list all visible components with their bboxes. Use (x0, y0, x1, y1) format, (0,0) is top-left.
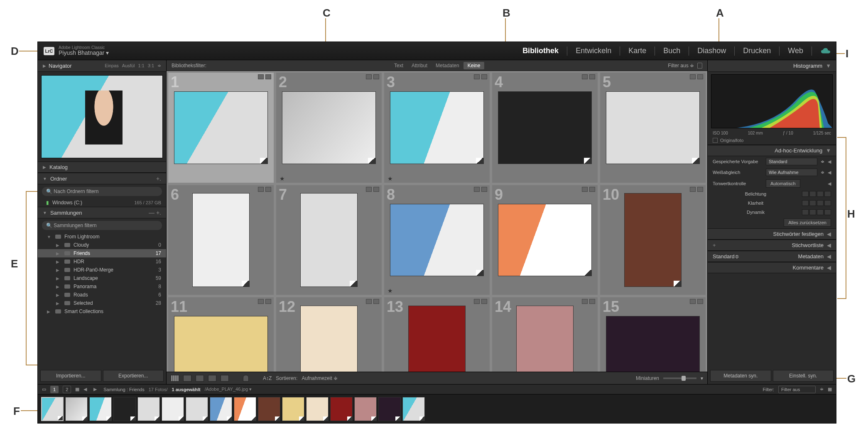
collection-item[interactable]: ▶Roads6 (38, 291, 166, 299)
grid-cell[interactable]: 8★ (384, 185, 490, 295)
preset-dropdown[interactable]: Standard (766, 158, 817, 165)
sort-direction-icon[interactable]: A↕Z (263, 375, 272, 381)
histogram-display[interactable] (711, 74, 833, 128)
filmstrip-filter-dropdown[interactable]: Filter aus (778, 386, 816, 393)
metadata-header[interactable]: Standard≑Metadaten◀ (708, 251, 836, 262)
keywordlist-header[interactable]: +Stichwortliste◀ (708, 240, 836, 251)
checkbox-icon[interactable] (713, 138, 718, 143)
lock-icon[interactable] (697, 63, 702, 69)
grid-view[interactable]: 12★3★45678★9101112131415 (167, 71, 707, 372)
quick-develop-header[interactable]: Ad-hoc-Entwicklung▼ (708, 145, 836, 156)
wb-dropdown[interactable]: Wie Aufnahme (766, 169, 817, 176)
sync-settings-button[interactable]: Einstell. syn. (773, 370, 834, 382)
filmstrip-thumb[interactable] (378, 397, 401, 421)
screen-mode-2[interactable]: 2 (63, 386, 71, 393)
cloud-sync-icon[interactable] (821, 48, 830, 54)
filmstrip-thumb[interactable] (402, 397, 425, 421)
collection-item[interactable]: ▶HDR16 (38, 257, 166, 266)
collection-item[interactable]: ▶HDR-Pan0-Merge3 (38, 266, 166, 274)
drive-row[interactable]: ▮ Windows (C:)165 / 237 GB (38, 198, 166, 207)
auto-tone-button[interactable]: Automatisch (766, 179, 800, 188)
survey-view-icon[interactable] (208, 375, 216, 382)
original-photo-row[interactable]: Originalfoto (708, 136, 836, 145)
module-develop[interactable]: Entwickeln (573, 47, 614, 55)
navigator-zoom-opts[interactable]: EinpasAusfül1:13:1 ≑ (105, 63, 161, 69)
reset-all-button[interactable]: Alles zurücksetzen (784, 218, 831, 227)
exposure-steppers[interactable] (802, 191, 831, 197)
filter-tab-text[interactable]: Text (390, 62, 407, 69)
nav-fwd-icon[interactable]: ▶ (93, 387, 99, 392)
main-window-icon[interactable]: ▭ (42, 387, 46, 392)
filmstrip-thumb[interactable] (41, 397, 64, 421)
compare-view-icon[interactable] (196, 375, 204, 382)
filmstrip[interactable] (38, 394, 836, 423)
grid-cell[interactable]: 13 (384, 297, 490, 372)
catalog-panel-header[interactable]: ▶Katalog (38, 162, 166, 173)
nav-back-icon[interactable]: ◀ (83, 387, 89, 392)
comments-header[interactable]: Kommentare◀ (708, 262, 836, 273)
grid-cell[interactable]: 12 (276, 297, 382, 372)
collection-group[interactable]: ▼From Lightroom (38, 233, 166, 241)
filmstrip-thumb[interactable] (330, 397, 353, 421)
module-map[interactable]: Karte (626, 47, 649, 55)
grid-cell[interactable]: 5 (600, 73, 706, 183)
identity-plate[interactable]: Adobe Lightroom Classic Piyush Bhatnagar… (59, 45, 109, 56)
sync-metadata-button[interactable]: Metadaten syn. (710, 370, 771, 382)
filmstrip-thumb[interactable] (354, 397, 377, 421)
grid-cell[interactable]: 11 (168, 297, 274, 372)
filmstrip-thumb[interactable] (210, 397, 232, 421)
folders-filter-input[interactable]: 🔍 Nach Ordnern filtern (42, 187, 162, 196)
filter-tab-none[interactable]: Keine (463, 62, 485, 69)
grid-cell[interactable]: 6 (168, 185, 274, 295)
filmstrip-thumb[interactable] (89, 397, 112, 421)
grid-cell[interactable]: 3★ (384, 73, 490, 183)
people-view-icon[interactable] (221, 375, 229, 382)
histogram-panel-header[interactable]: Histogramm▼ (708, 60, 836, 72)
grid-cell[interactable]: 4 (492, 73, 598, 183)
grid-cell[interactable]: 15 (600, 297, 706, 372)
module-print[interactable]: Drucken (740, 47, 773, 55)
grid-cell[interactable]: 7 (276, 185, 382, 295)
grid-mode-icon[interactable]: ▦ (75, 387, 79, 392)
collection-item[interactable]: ▶Cloudy0 (38, 241, 166, 249)
collection-item[interactable]: ▶Panorama8 (38, 282, 166, 291)
screen-mode-1[interactable]: 1 (50, 386, 59, 393)
collections-panel-header[interactable]: ▼Sammlungen— +. (38, 207, 166, 218)
module-library[interactable]: Bibliothek (520, 47, 561, 55)
module-book[interactable]: Buch (661, 47, 683, 55)
module-web[interactable]: Web (785, 47, 806, 55)
filter-tab-metadata[interactable]: Metadaten (432, 62, 463, 69)
vibrance-steppers[interactable] (802, 209, 831, 215)
grid-cell[interactable]: 10 (600, 185, 706, 295)
module-slideshow[interactable]: Diashow (695, 47, 728, 55)
metadata-preset-dropdown[interactable]: Standard (713, 253, 735, 260)
grid-cell[interactable]: 14 (492, 297, 598, 372)
filter-preset-label[interactable]: Filter aus ≑ (668, 63, 694, 69)
navigator-preview[interactable] (41, 75, 163, 158)
breadcrumb[interactable]: Sammlung : Friends (103, 387, 144, 392)
filmstrip-thumb[interactable] (282, 397, 304, 421)
filmstrip-thumb[interactable] (258, 397, 280, 421)
thumbnail-size-slider[interactable] (663, 377, 696, 379)
filmstrip-thumb[interactable] (137, 397, 160, 421)
grid-view-icon[interactable] (171, 375, 179, 382)
filter-tab-attribute[interactable]: Attribut (407, 62, 432, 69)
folders-panel-header[interactable]: ▼Ordner+. (38, 173, 166, 184)
filmstrip-thumb[interactable] (234, 397, 256, 421)
smart-collections-group[interactable]: ▶Smart Collections (38, 307, 166, 316)
sort-value[interactable]: Aufnahmezeit ≑ (302, 375, 338, 381)
filmstrip-thumb[interactable] (113, 397, 136, 421)
export-button[interactable]: Exportieren... (103, 370, 164, 382)
filmstrip-thumb[interactable] (162, 397, 184, 421)
navigator-panel-header[interactable]: ▶ Navigator EinpasAusfül1:13:1 ≑ (38, 60, 166, 72)
grid-cell[interactable]: 9 (492, 185, 598, 295)
clarity-steppers[interactable] (802, 200, 831, 206)
grid-cell[interactable]: 1 (168, 73, 274, 183)
toolbar-menu-icon[interactable]: ▾ (701, 375, 703, 381)
grid-cell[interactable]: 2★ (276, 73, 382, 183)
add-folder-icon[interactable]: +. (156, 175, 161, 182)
collection-item[interactable]: ▶Friends17 (38, 249, 166, 257)
painter-icon[interactable] (243, 375, 249, 382)
import-button[interactable]: Importieren... (40, 370, 101, 382)
keywording-header[interactable]: Stichwörter festlegen◀ (708, 228, 836, 240)
